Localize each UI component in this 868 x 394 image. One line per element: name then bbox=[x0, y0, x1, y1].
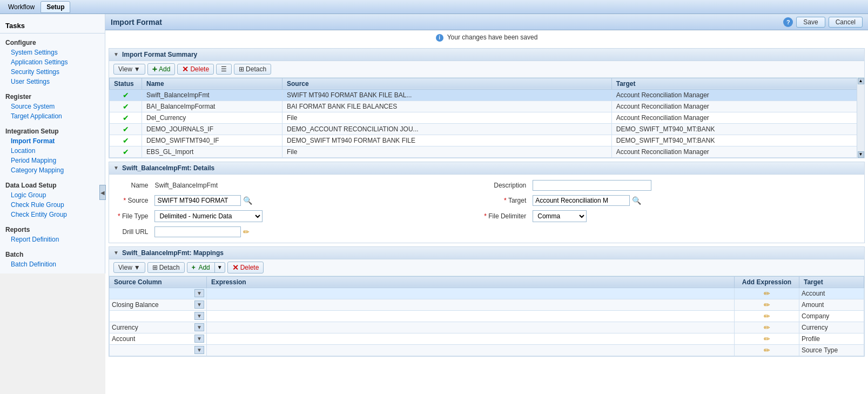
drill-url-edit-icon[interactable]: ✏ bbox=[243, 228, 250, 236]
source-dropdown-6[interactable]: ▼ bbox=[112, 346, 204, 354]
mappings-add-arrow[interactable]: ▼ bbox=[215, 263, 225, 271]
scroll-down[interactable]: ▼ bbox=[858, 151, 864, 158]
table-row[interactable]: ✔ Del_Currency File Account Reconciliati… bbox=[110, 112, 864, 123]
expr-value-2 bbox=[207, 299, 735, 310]
expr-value-1 bbox=[207, 288, 735, 299]
mappings-section-header: ▼ Swift_BalanceImpFmt: Mappings bbox=[109, 247, 864, 259]
table-row[interactable]: ✔ BAI_BalanceImpFormat BAI FORMAT BANK F… bbox=[110, 101, 864, 112]
add-expr-icon-1[interactable]: ✏ bbox=[764, 289, 770, 298]
sidebar-item-source-system[interactable]: Source System bbox=[0, 102, 105, 111]
sidebar-wrapper: Tasks Configure System Settings Applicat… bbox=[0, 14, 105, 394]
view-button[interactable]: View ▼ bbox=[113, 64, 145, 75]
table-row[interactable]: ✔ DEMO_JOURNALS_IF DEMO_ACCOUNT RECONCIL… bbox=[110, 123, 864, 135]
sidebar-item-batch-definition[interactable]: Batch Definition bbox=[0, 259, 105, 269]
description-input[interactable] bbox=[533, 180, 651, 191]
cancel-button[interactable]: Cancel bbox=[829, 17, 863, 28]
table-row[interactable]: ✔ Swift_BalanceImpFmt SWIFT MT940 FORMAT… bbox=[110, 89, 864, 101]
source-input[interactable] bbox=[154, 195, 241, 206]
sidebar-item-security-settings[interactable]: Security Settings bbox=[0, 67, 105, 77]
file-delimiter-label: File Delimiter bbox=[484, 212, 526, 220]
status-check: ✔ bbox=[123, 102, 129, 111]
sidebar-item-check-rule-group[interactable]: Check Rule Group bbox=[0, 200, 105, 210]
table-row[interactable]: Closing Balance ▼ ✏ Amount bbox=[110, 299, 864, 310]
source-value-4: Currency bbox=[112, 324, 193, 331]
sidebar-item-category-mapping[interactable]: Category Mapping bbox=[0, 165, 105, 175]
table-row[interactable]: ✔ DEMO_SWIFTMT940_IF DEMO_SWIFT MT940 FO… bbox=[110, 135, 864, 146]
table-row[interactable]: ▼ ✏ Source Type bbox=[110, 344, 864, 356]
vertical-scrollbar[interactable]: ▲ ▼ bbox=[857, 78, 864, 158]
main-container: Tasks Configure System Settings Applicat… bbox=[0, 14, 868, 394]
expr-value-4 bbox=[207, 322, 735, 333]
sidebar-item-application-settings[interactable]: Application Settings bbox=[0, 57, 105, 67]
col-status: Status bbox=[110, 78, 142, 89]
saved-message: i Your changes have been saved bbox=[105, 30, 868, 45]
mappings-view-button[interactable]: View ▼ bbox=[113, 262, 145, 273]
scroll-up[interactable]: ▲ bbox=[858, 78, 864, 84]
save-button[interactable]: Save bbox=[796, 17, 825, 28]
mappings-detach-button[interactable]: ⊞ Detach bbox=[147, 262, 185, 273]
target-search-icon[interactable]: 🔍 bbox=[632, 196, 641, 205]
sidebar-item-location[interactable]: Location bbox=[0, 146, 105, 156]
map-col-add-expr: Add Expression bbox=[735, 276, 799, 288]
mappings-add-button[interactable]: + Add ▼ bbox=[187, 262, 225, 273]
mappings-delete-icon: ✕ bbox=[232, 263, 239, 272]
source-dropdown-2[interactable]: Closing Balance ▼ bbox=[112, 300, 204, 309]
table-row[interactable]: ▼ ✏ Company bbox=[110, 310, 864, 322]
map-col-target: Target bbox=[799, 276, 864, 288]
mappings-delete-button[interactable]: ✕ Delete bbox=[227, 262, 264, 273]
dropdown-arrow-6[interactable]: ▼ bbox=[194, 346, 204, 354]
source-dropdown-5[interactable]: Account ▼ bbox=[112, 335, 204, 343]
delete-button[interactable]: ✕ Delete bbox=[177, 64, 214, 75]
detach-icon: ⊞ bbox=[239, 65, 244, 73]
row-name: DEMO_SWIFTMT940_IF bbox=[142, 135, 282, 146]
dropdown-arrow-5[interactable]: ▼ bbox=[194, 335, 204, 343]
add-expr-icon-2[interactable]: ✏ bbox=[764, 300, 770, 309]
table-row[interactable]: ▼ ✏ Account bbox=[110, 288, 864, 299]
sidebar-item-period-mapping[interactable]: Period Mapping bbox=[0, 156, 105, 165]
details-triangle: ▼ bbox=[113, 165, 119, 171]
sidebar-item-report-definition[interactable]: Report Definition bbox=[0, 235, 105, 244]
sidebar-item-check-entity-group[interactable]: Check Entity Group bbox=[0, 210, 105, 219]
table-row[interactable]: Account ▼ ✏ Profile bbox=[110, 333, 864, 344]
target-value-5: Profile bbox=[799, 333, 864, 344]
sidebar-item-system-settings[interactable]: System Settings bbox=[0, 48, 105, 57]
add-expr-icon-4[interactable]: ✏ bbox=[764, 323, 770, 332]
name-label: Name bbox=[118, 182, 148, 189]
add-button[interactable]: + Add bbox=[147, 63, 176, 75]
section-batch: Batch bbox=[0, 248, 105, 259]
row-target: Account Reconciliation Manager bbox=[611, 146, 864, 157]
sidebar-item-logic-group[interactable]: Logic Group bbox=[0, 190, 105, 200]
help-icon[interactable]: ? bbox=[783, 17, 793, 27]
dropdown-arrow-4[interactable]: ▼ bbox=[194, 323, 204, 331]
add-expr-icon-5[interactable]: ✏ bbox=[764, 335, 770, 343]
section-integration-setup: Integration Setup bbox=[0, 124, 105, 136]
drill-url-input[interactable] bbox=[154, 226, 241, 237]
detach-label: Detach bbox=[246, 65, 266, 73]
freeze-button[interactable]: ☰ bbox=[216, 64, 232, 75]
dropdown-arrow-2[interactable]: ▼ bbox=[194, 300, 204, 309]
source-dropdown-1[interactable]: ▼ bbox=[112, 289, 204, 297]
detach-button[interactable]: ⊞ Detach bbox=[234, 64, 271, 75]
menu-tab-setup[interactable]: Setup bbox=[41, 1, 70, 13]
sidebar-item-target-application[interactable]: Target Application bbox=[0, 111, 105, 121]
add-expr-icon-6[interactable]: ✏ bbox=[764, 346, 770, 355]
source-dropdown-3[interactable]: ▼ bbox=[112, 312, 204, 320]
table-row[interactable]: ✔ EBS_GL_Import File Account Reconciliat… bbox=[110, 146, 864, 157]
file-delimiter-select[interactable]: Comma bbox=[533, 210, 587, 222]
sidebar-item-import-format[interactable]: Import Format bbox=[0, 136, 105, 146]
table-row[interactable]: Currency ▼ ✏ Currency bbox=[110, 322, 864, 333]
dropdown-arrow-3[interactable]: ▼ bbox=[194, 312, 204, 320]
target-input[interactable] bbox=[533, 195, 630, 206]
tasks-title: Tasks bbox=[0, 18, 105, 34]
menu-bar: Workflow Setup bbox=[0, 0, 868, 14]
summary-section-title: Import Format Summary bbox=[122, 51, 197, 58]
freeze-icon: ☰ bbox=[221, 65, 227, 73]
sidebar-collapse-btn[interactable]: ◀ bbox=[99, 185, 106, 200]
source-search-icon[interactable]: 🔍 bbox=[243, 196, 252, 205]
sidebar-item-user-settings[interactable]: User Settings bbox=[0, 77, 105, 86]
source-dropdown-4[interactable]: Currency ▼ bbox=[112, 323, 204, 331]
file-type-select[interactable]: Delimited - Numeric Data bbox=[154, 210, 263, 222]
dropdown-arrow-1[interactable]: ▼ bbox=[194, 289, 204, 297]
menu-tab-workflow[interactable]: Workflow bbox=[2, 1, 41, 13]
add-expr-icon-3[interactable]: ✏ bbox=[764, 312, 770, 320]
